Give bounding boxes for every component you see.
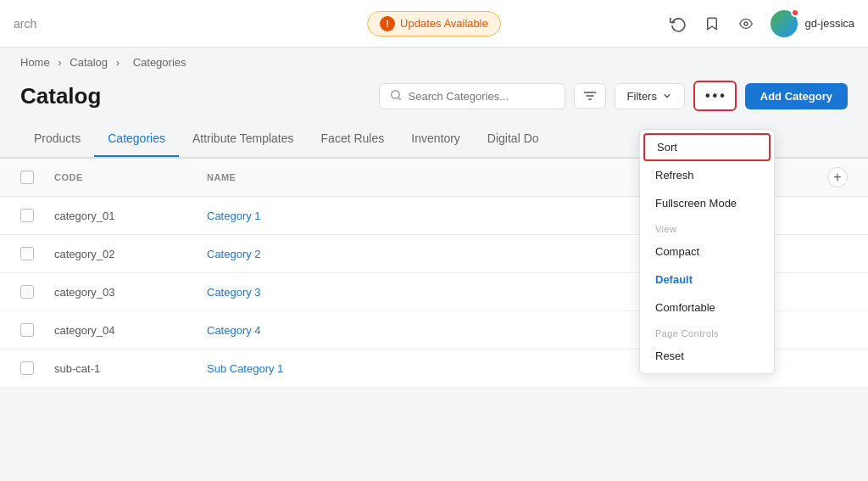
updates-badge[interactable]: ! Updates Available — [367, 11, 501, 36]
dropdown-sort[interactable]: Sort — [643, 133, 771, 161]
dropdown-compact[interactable]: Compact — [640, 238, 774, 266]
filters-label: Filters — [627, 90, 657, 103]
filter-icon-button[interactable] — [574, 83, 606, 109]
more-options-button[interactable]: • • • — [693, 81, 737, 111]
tab-attribute-templates[interactable]: Attribute Templates — [179, 121, 308, 157]
dropdown-menu: Sort Refresh Fullscreen Mode View Compac… — [639, 129, 775, 374]
dropdown-refresh[interactable]: Refresh — [640, 161, 774, 189]
row-checkbox[interactable] — [20, 323, 34, 337]
cell-code: category_03 — [54, 286, 207, 299]
page-title: Catalog — [20, 83, 101, 109]
add-column-button[interactable]: + — [827, 167, 848, 187]
navbar: arch ! Updates Available — [0, 0, 868, 48]
row-checkbox[interactable] — [20, 209, 34, 222]
row-checkbox[interactable] — [20, 247, 34, 260]
updates-icon: ! — [380, 16, 395, 31]
row-checkbox-cell — [20, 247, 54, 260]
username-label: gd-jessica — [804, 17, 854, 30]
cell-code: category_02 — [54, 248, 207, 260]
header-actions: Filters • • • Add Category — [379, 81, 848, 111]
dropdown-default[interactable]: Default — [640, 266, 774, 294]
svg-line-2 — [398, 97, 400, 99]
page-header: Catalog Filters • • — [0, 77, 868, 111]
breadcrumb-home[interactable]: Home — [20, 56, 50, 69]
tab-inventory[interactable]: Inventory — [398, 121, 474, 157]
breadcrumb-current: Categories — [133, 56, 186, 69]
breadcrumb-sep1: › — [58, 56, 64, 69]
breadcrumb-catalog[interactable]: Catalog — [70, 56, 108, 69]
tab-products[interactable]: Products — [20, 121, 94, 157]
dot1: • — [705, 88, 710, 103]
row-checkbox-cell — [20, 323, 54, 337]
header-checkbox-cell — [20, 171, 54, 184]
search-partial: arch — [14, 17, 36, 31]
avatar — [771, 10, 798, 37]
dot2: • — [713, 88, 718, 103]
row-checkbox-cell — [20, 361, 54, 375]
row-checkbox-cell — [20, 209, 54, 222]
cell-code: sub-cat-1 — [54, 362, 207, 375]
dropdown-reset[interactable]: Reset — [640, 342, 774, 370]
dropdown-view-section: View — [640, 217, 774, 238]
dropdown-fullscreen[interactable]: Fullscreen Mode — [640, 189, 774, 217]
row-checkbox-cell — [20, 285, 54, 299]
breadcrumb: Home › Catalog › Categories — [0, 48, 868, 77]
bookmark-icon[interactable] — [703, 14, 721, 33]
tab-categories[interactable]: Categories — [94, 121, 179, 157]
search-icon — [390, 89, 402, 103]
dropdown-page-controls-section: Page Controls — [640, 322, 774, 342]
avatar-notification-dot — [791, 8, 799, 17]
breadcrumb-sep2: › — [116, 56, 123, 69]
tab-digital-do[interactable]: Digital Do — [474, 121, 553, 157]
history-icon[interactable] — [669, 14, 687, 33]
svg-point-0 — [744, 22, 748, 25]
add-category-button[interactable]: Add Category — [745, 83, 848, 109]
dropdown-comfortable[interactable]: Comfortable — [640, 294, 774, 322]
navbar-left: arch — [14, 17, 669, 31]
cell-code: category_01 — [54, 210, 207, 222]
dot3: • — [720, 88, 725, 103]
select-all-checkbox[interactable] — [20, 171, 34, 184]
navbar-right: gd-jessica — [669, 10, 854, 37]
updates-label: Updates Available — [400, 17, 488, 30]
eye-icon[interactable] — [737, 14, 755, 33]
filters-button[interactable]: Filters — [615, 83, 685, 109]
header-plus-cell: + — [814, 167, 848, 187]
search-input[interactable] — [409, 90, 554, 103]
cell-code: category_04 — [54, 324, 207, 337]
search-box[interactable] — [379, 83, 565, 109]
navbar-center: ! Updates Available — [367, 11, 501, 36]
user-avatar-container[interactable]: gd-jessica — [771, 10, 854, 37]
tab-facet-rules[interactable]: Facet Rules — [308, 121, 398, 157]
row-checkbox[interactable] — [20, 361, 34, 375]
header-code: CODE — [54, 172, 207, 182]
row-checkbox[interactable] — [20, 285, 34, 299]
